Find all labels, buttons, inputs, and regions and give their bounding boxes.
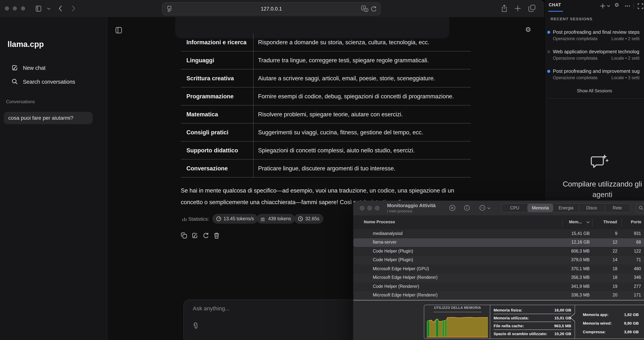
session-item[interactable]: Post proofreading and final review steps… — [544, 29, 644, 46]
svg-text:ab: ab — [261, 217, 264, 220]
process-memory: 336,3 MB — [544, 293, 590, 297]
footer-divider — [353, 300, 644, 300]
process-ports: 68 — [618, 240, 641, 244]
search-conversations-button[interactable]: Search conversations — [12, 79, 75, 85]
memory-stat-label: Spazio di scambio utilizzato: — [494, 331, 547, 336]
am-tab[interactable]: Memoria — [528, 204, 553, 212]
process-row[interactable]: Code Helper (Renderer) 341,9 MB 19 277 — [353, 282, 644, 291]
col-memory[interactable]: Mem... — [569, 220, 582, 224]
regenerate-icon[interactable] — [202, 232, 209, 239]
new-chat-button[interactable]: New chat — [12, 65, 46, 71]
new-tab-icon[interactable] — [514, 5, 521, 12]
activity-monitor-titlebar: Monitoraggio Attività I miei processi — [353, 201, 644, 216]
column-separator — [592, 218, 592, 226]
col-ports[interactable]: Porte — [626, 220, 641, 224]
back-icon[interactable] — [58, 5, 62, 12]
screen: 127.0.0.1 A 文 — [0, 0, 644, 340]
url-text: 127.0.0.1 — [162, 6, 380, 12]
table-description-cell: Spiegazioni di concetti complessi, aiuto… — [254, 142, 471, 159]
quit-process-icon[interactable] — [449, 205, 455, 211]
share-icon[interactable] — [501, 5, 508, 13]
session-meta: Locale • 3 setti — [611, 76, 640, 80]
process-row[interactable]: mediaanalysisd 15,41 GB 9 931 — [353, 229, 644, 238]
am-minimize-button[interactable] — [367, 206, 372, 211]
translate-icon[interactable]: A 文 — [361, 6, 368, 13]
toolbar-separator — [634, 3, 634, 9]
url-bar[interactable]: 127.0.0.1 A 文 — [162, 2, 381, 16]
traffic-zoom-button[interactable] — [21, 7, 25, 11]
traffic-close-button[interactable] — [5, 7, 9, 11]
sidebar-chevron-icon[interactable] — [47, 8, 51, 10]
memory-stat-row: File nella cache: 963,5 MB — [494, 321, 571, 329]
new-chat-icon — [12, 65, 18, 71]
reload-icon[interactable] — [370, 6, 376, 12]
process-ports: 346 — [618, 275, 641, 280]
new-session-icon[interactable] — [600, 4, 605, 9]
session-title: Post proofreading and improvement sug — [553, 68, 644, 74]
more-options-chevron-icon[interactable] — [487, 207, 490, 209]
memory-stat-label: Memoria app: — [583, 312, 608, 316]
memory-stat-label: Memoria utilizzata: — [494, 315, 529, 320]
process-row[interactable]: llama-server 12,16 GB 12 68 — [353, 238, 644, 247]
process-row[interactable]: Code Helper (Plugin) 379,0 MB 14 71 — [353, 256, 644, 265]
process-row[interactable]: Microsoft Edge Helper (GPU) 370,1 MB 18 … — [353, 265, 644, 273]
memory-stat-row: Spazio di scambio utilizzato: 10,26 GB — [494, 329, 571, 337]
session-item[interactable]: Web application development technolog Op… — [544, 49, 644, 65]
show-all-sessions-link[interactable]: Show All Sessions — [544, 89, 644, 93]
panel-divider — [547, 98, 644, 99]
tab-overview-icon[interactable] — [528, 5, 536, 12]
table-description-cell: Risolvere problemi, spiegare teorie, aiu… — [254, 106, 471, 123]
sidebar-toggle-icon[interactable] — [36, 6, 42, 12]
input-placeholder: Ask anything... — [193, 305, 230, 311]
conversation-item[interactable]: cosa puoi fare per aiutarmi? — [4, 112, 93, 124]
collapse-sidebar-icon[interactable] — [116, 27, 122, 34]
am-zoom-button[interactable] — [375, 206, 380, 211]
inspect-info-icon[interactable] — [464, 205, 470, 211]
new-session-chevron-icon[interactable] — [607, 5, 610, 7]
word-count-icon: ab — [260, 216, 266, 221]
process-row[interactable]: Code Helper (Plugin) 806,3 MB 22 122 — [353, 247, 644, 256]
am-tab[interactable]: CPU — [502, 204, 528, 212]
settings-gear-icon[interactable]: ⚙ — [525, 26, 531, 34]
am-tab[interactable]: Energia — [553, 204, 579, 212]
process-threads: 12 — [593, 240, 617, 244]
table-row: Scrittura creativa Aiutare a scrivere sa… — [181, 70, 471, 88]
am-search-button[interactable] — [636, 203, 644, 213]
memory-pressure-label: UTILIZZO DELLA MEMORIA — [427, 306, 488, 309]
tokens-badge: ab 439 tokens — [256, 214, 295, 224]
col-threads[interactable]: Thread — [595, 220, 617, 224]
process-ports: 480 — [618, 266, 641, 271]
session-item[interactable]: Post proofreading and improvement sug Op… — [544, 68, 644, 85]
more-actions-icon[interactable] — [625, 5, 630, 7]
tab-chat[interactable]: CHAT — [549, 3, 561, 7]
panel-settings-icon[interactable]: ⚙ — [614, 2, 619, 8]
forward-icon[interactable] — [72, 5, 76, 12]
table-description-cell: Praticare lingue, discutere argomenti di… — [254, 160, 471, 177]
am-tab[interactable]: Disco — [579, 204, 604, 212]
process-row[interactable]: Microsoft Edge Helper (Renderer) 336,3 M… — [353, 291, 644, 300]
table-description-cell: Fornire esempi di codice, debug, spiegaz… — [254, 88, 471, 105]
session-title: Web application development technolog — [553, 49, 644, 55]
clock-icon — [298, 216, 303, 221]
edit-icon[interactable] — [192, 232, 198, 239]
col-name[interactable]: Nome Processo — [364, 220, 395, 224]
memory-stat-row: Compressa: 3,89 GB — [583, 327, 639, 336]
session-dot — [547, 31, 550, 34]
process-row[interactable]: Microsoft Edge Helper (Renderer) 356,3 M… — [353, 273, 644, 282]
am-window-subtitle: I miei processi — [387, 209, 412, 213]
copy-icon[interactable] — [181, 232, 187, 239]
process-memory: 379,0 MB — [544, 257, 590, 262]
expand-panel-icon[interactable] — [638, 4, 643, 9]
more-options-icon[interactable] — [479, 205, 485, 211]
delete-icon[interactable] — [214, 232, 220, 239]
speedometer-icon — [216, 216, 221, 221]
activity-monitor-window: Monitoraggio Attività I miei processi — [353, 201, 644, 340]
am-close-button[interactable] — [360, 206, 364, 211]
table-row: Matematica Risolvere problemi, spiegare … — [181, 106, 471, 124]
attach-icon[interactable] — [192, 322, 199, 330]
capabilities-table: Informazioni e ricerca Rispondere a doma… — [181, 34, 471, 178]
process-ports: 931 — [618, 231, 641, 235]
process-name: llama-server — [373, 240, 397, 244]
am-tab[interactable]: Rete — [604, 204, 630, 212]
traffic-minimize-button[interactable] — [13, 7, 17, 11]
